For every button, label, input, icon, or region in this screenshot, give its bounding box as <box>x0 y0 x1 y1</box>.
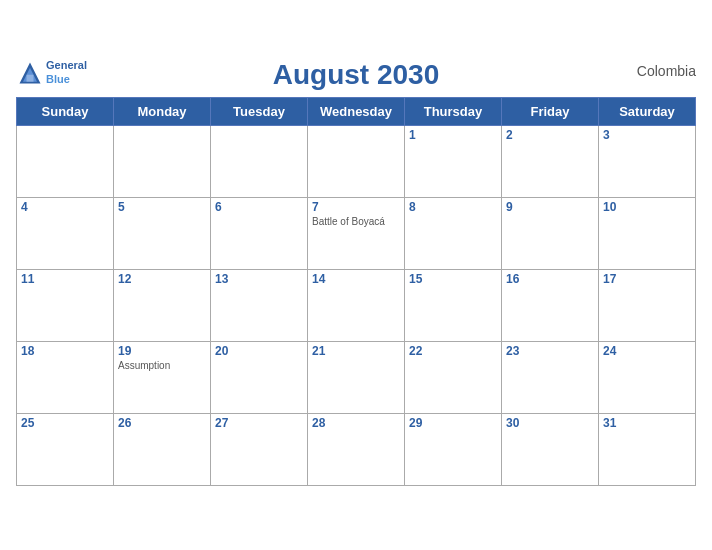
table-row: 8 <box>405 197 502 269</box>
col-tuesday: Tuesday <box>211 97 308 125</box>
day-number: 28 <box>312 416 400 430</box>
col-monday: Monday <box>114 97 211 125</box>
table-row <box>17 125 114 197</box>
table-row: 4 <box>17 197 114 269</box>
day-number: 30 <box>506 416 594 430</box>
table-row: 2 <box>502 125 599 197</box>
table-row: 23 <box>502 341 599 413</box>
day-number: 2 <box>506 128 594 142</box>
table-row: 31 <box>599 413 696 485</box>
day-number: 12 <box>118 272 206 286</box>
brand-logo-area: General Blue <box>16 59 87 87</box>
day-number: 11 <box>21 272 109 286</box>
day-number: 23 <box>506 344 594 358</box>
day-number: 20 <box>215 344 303 358</box>
day-number: 1 <box>409 128 497 142</box>
table-row <box>114 125 211 197</box>
day-number: 22 <box>409 344 497 358</box>
day-number: 31 <box>603 416 691 430</box>
table-row: 19Assumption <box>114 341 211 413</box>
table-row <box>211 125 308 197</box>
day-number: 7 <box>312 200 400 214</box>
svg-rect-2 <box>27 74 34 81</box>
calendar-week-row: 11121314151617 <box>17 269 696 341</box>
table-row: 1 <box>405 125 502 197</box>
col-sunday: Sunday <box>17 97 114 125</box>
table-row <box>308 125 405 197</box>
day-number: 26 <box>118 416 206 430</box>
calendar-table: Sunday Monday Tuesday Wednesday Thursday… <box>16 97 696 486</box>
table-row: 30 <box>502 413 599 485</box>
table-row: 26 <box>114 413 211 485</box>
day-number: 18 <box>21 344 109 358</box>
day-number: 15 <box>409 272 497 286</box>
day-number: 27 <box>215 416 303 430</box>
table-row: 21 <box>308 341 405 413</box>
calendar-body: 1234567Battle of Boyacá89101112131415161… <box>17 125 696 485</box>
calendar-container: General Blue August 2030 Colombia Sunday… <box>0 49 712 502</box>
day-number: 14 <box>312 272 400 286</box>
day-number: 21 <box>312 344 400 358</box>
day-number: 24 <box>603 344 691 358</box>
table-row: 27 <box>211 413 308 485</box>
event-label: Battle of Boyacá <box>312 216 400 227</box>
country-label: Colombia <box>637 63 696 79</box>
day-number: 19 <box>118 344 206 358</box>
brand-text: General Blue <box>46 59 87 85</box>
calendar-week-row: 4567Battle of Boyacá8910 <box>17 197 696 269</box>
col-wednesday: Wednesday <box>308 97 405 125</box>
table-row: 3 <box>599 125 696 197</box>
day-number: 25 <box>21 416 109 430</box>
day-number: 16 <box>506 272 594 286</box>
table-row: 29 <box>405 413 502 485</box>
day-number: 3 <box>603 128 691 142</box>
day-number: 10 <box>603 200 691 214</box>
weekday-header-row: Sunday Monday Tuesday Wednesday Thursday… <box>17 97 696 125</box>
table-row: 16 <box>502 269 599 341</box>
table-row: 28 <box>308 413 405 485</box>
calendar-week-row: 25262728293031 <box>17 413 696 485</box>
table-row: 13 <box>211 269 308 341</box>
general-blue-logo <box>16 59 44 87</box>
table-row: 10 <box>599 197 696 269</box>
day-number: 8 <box>409 200 497 214</box>
table-row: 7Battle of Boyacá <box>308 197 405 269</box>
day-number: 17 <box>603 272 691 286</box>
day-number: 6 <box>215 200 303 214</box>
table-row: 20 <box>211 341 308 413</box>
col-saturday: Saturday <box>599 97 696 125</box>
table-row: 15 <box>405 269 502 341</box>
table-row: 25 <box>17 413 114 485</box>
table-row: 6 <box>211 197 308 269</box>
calendar-week-row: 1819Assumption2021222324 <box>17 341 696 413</box>
table-row: 14 <box>308 269 405 341</box>
page-title: August 2030 <box>16 59 696 91</box>
table-row: 11 <box>17 269 114 341</box>
day-number: 29 <box>409 416 497 430</box>
calendar-header: General Blue August 2030 Colombia <box>16 59 696 91</box>
table-row: 5 <box>114 197 211 269</box>
table-row: 17 <box>599 269 696 341</box>
event-label: Assumption <box>118 360 206 371</box>
table-row: 9 <box>502 197 599 269</box>
table-row: 12 <box>114 269 211 341</box>
day-number: 4 <box>21 200 109 214</box>
table-row: 22 <box>405 341 502 413</box>
day-number: 9 <box>506 200 594 214</box>
table-row: 18 <box>17 341 114 413</box>
table-row: 24 <box>599 341 696 413</box>
col-friday: Friday <box>502 97 599 125</box>
day-number: 13 <box>215 272 303 286</box>
col-thursday: Thursday <box>405 97 502 125</box>
day-number: 5 <box>118 200 206 214</box>
calendar-week-row: 123 <box>17 125 696 197</box>
